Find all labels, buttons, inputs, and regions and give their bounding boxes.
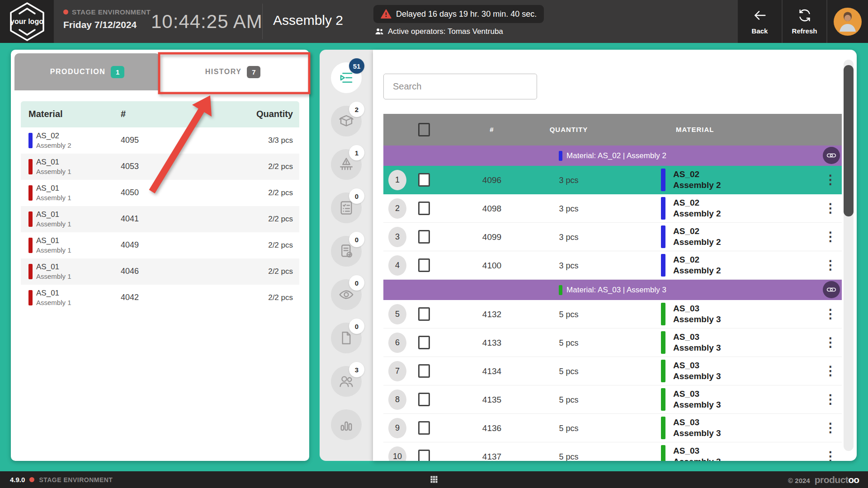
left-table-row[interactable]: AS_01 Assembly 1 4046 2/2 pcs bbox=[21, 258, 299, 285]
order-row[interactable]: 7 4134 5 pcs AS_03 Assembly 3 ⋮ bbox=[383, 357, 842, 385]
left-table-row[interactable]: AS_01 Assembly 1 4049 2/2 pcs bbox=[21, 232, 299, 258]
row-checkbox[interactable] bbox=[418, 450, 430, 461]
rail-item-document-sign[interactable]: 0 bbox=[331, 236, 362, 267]
order-number: 4132 bbox=[469, 310, 514, 319]
material-color-bar bbox=[661, 331, 665, 354]
material-color-bar bbox=[661, 417, 665, 439]
material-color-bar bbox=[28, 264, 33, 279]
row-checkbox[interactable] bbox=[418, 421, 430, 435]
row-menu-button[interactable]: ⋮ bbox=[824, 391, 837, 408]
order-quantity: 5 pcs bbox=[546, 367, 591, 376]
left-row-qty: 2/2 pcs bbox=[268, 162, 293, 171]
row-index-badge: 4 bbox=[388, 255, 406, 276]
row-menu-button[interactable]: ⋮ bbox=[824, 257, 837, 273]
left-row-qty: 2/2 pcs bbox=[268, 267, 293, 276]
order-row[interactable]: 2 4098 3 pcs AS_02 Assembly 2 ⋮ bbox=[383, 194, 842, 223]
order-number: 4099 bbox=[469, 232, 514, 242]
tab-production[interactable]: PRODUCTION 1 bbox=[14, 53, 160, 90]
rail-item-badge: 1 bbox=[349, 145, 364, 160]
logo[interactable]: your logo bbox=[0, 0, 54, 43]
order-number: 4136 bbox=[469, 423, 514, 433]
row-menu-button[interactable]: ⋮ bbox=[824, 420, 837, 436]
order-material: AS_03 bbox=[673, 389, 721, 399]
production-panel: PRODUCTION 1 HISTORY 7 Material # Quanti… bbox=[11, 50, 309, 461]
left-row-material: AS_02 bbox=[36, 131, 59, 141]
order-row[interactable]: 5 4132 5 pcs AS_03 Assembly 3 ⋮ bbox=[383, 300, 842, 328]
material-color-bar bbox=[661, 254, 665, 277]
left-table-row[interactable]: AS_02 Assembly 2 4095 3/3 pcs bbox=[21, 127, 299, 154]
row-checkbox[interactable] bbox=[418, 364, 430, 378]
order-row[interactable]: 6 4133 5 pcs AS_03 Assembly 3 ⋮ bbox=[383, 328, 842, 357]
left-row-qty: 2/2 pcs bbox=[268, 293, 293, 302]
select-all-checkbox[interactable] bbox=[418, 123, 430, 136]
order-row[interactable]: 3 4099 3 pcs AS_02 Assembly 2 ⋮ bbox=[383, 223, 842, 251]
rail-item-fault-warning[interactable]: 1 bbox=[331, 149, 362, 180]
order-row[interactable]: 9 4136 5 pcs AS_03 Assembly 3 ⋮ bbox=[383, 414, 842, 442]
refresh-button[interactable]: Refresh bbox=[783, 0, 826, 43]
user-avatar[interactable] bbox=[827, 0, 868, 43]
left-row-material: AS_01 bbox=[36, 184, 59, 193]
row-checkbox[interactable] bbox=[418, 258, 430, 272]
link-button[interactable] bbox=[823, 147, 840, 164]
order-variant: Assembly 2 bbox=[673, 208, 721, 219]
order-quantity: 3 pcs bbox=[546, 176, 591, 185]
row-menu-button[interactable]: ⋮ bbox=[824, 200, 837, 216]
row-menu-button[interactable]: ⋮ bbox=[824, 363, 837, 379]
back-button[interactable]: Back bbox=[738, 0, 782, 43]
rail-item-document[interactable]: 0 bbox=[331, 323, 362, 353]
order-row[interactable]: 1 4096 3 pcs AS_02 Assembly 2 ⋮ bbox=[383, 166, 842, 194]
order-material: AS_03 bbox=[673, 303, 721, 314]
order-row[interactable]: 4 4100 3 pcs AS_02 Assembly 2 ⋮ bbox=[383, 251, 842, 280]
left-row-number: 4095 bbox=[121, 136, 139, 145]
row-checkbox[interactable] bbox=[418, 307, 430, 321]
link-icon bbox=[826, 150, 836, 160]
row-checkbox[interactable] bbox=[418, 393, 430, 406]
row-menu-button[interactable]: ⋮ bbox=[824, 229, 837, 245]
delay-badge: Delayed 16 days 19 hr. 30 min. 40 sec. bbox=[373, 5, 544, 23]
app-footer: 4.9.0 STAGE ENVIRONMENT © 2024 productoo bbox=[0, 471, 868, 488]
tab-history[interactable]: HISTORY 7 bbox=[160, 53, 306, 90]
left-row-variant: Assembly 1 bbox=[36, 168, 71, 175]
order-variant: Assembly 3 bbox=[673, 343, 721, 353]
column-quantity: QUANTITY bbox=[546, 126, 591, 133]
rail-item-team[interactable]: 3 bbox=[331, 366, 362, 397]
column-number: # bbox=[121, 109, 126, 119]
row-menu-button[interactable]: ⋮ bbox=[824, 172, 837, 188]
row-menu-button[interactable]: ⋮ bbox=[824, 306, 837, 322]
order-variant: Assembly 3 bbox=[673, 428, 721, 439]
tab-history-label: HISTORY bbox=[205, 68, 242, 76]
row-checkbox[interactable] bbox=[418, 336, 430, 349]
page-title: Assembly 2 bbox=[273, 13, 343, 28]
row-menu-button[interactable]: ⋮ bbox=[824, 448, 837, 461]
left-row-qty: 2/2 pcs bbox=[268, 215, 293, 224]
grid-icon bbox=[429, 475, 439, 484]
row-checkbox[interactable] bbox=[418, 173, 430, 187]
order-material: AS_03 bbox=[673, 446, 721, 456]
row-checkbox[interactable] bbox=[418, 230, 430, 244]
order-row[interactable]: 10 4137 5 pcs AS_03 Assembly 3 ⋮ bbox=[383, 442, 842, 461]
order-row[interactable]: 8 4135 5 pcs AS_03 Assembly 3 ⋮ bbox=[383, 385, 842, 414]
row-checkbox[interactable] bbox=[418, 202, 430, 215]
rail-item-production-queue[interactable]: 51 bbox=[331, 62, 362, 93]
left-row-variant: Assembly 1 bbox=[36, 299, 71, 306]
row-menu-button[interactable]: ⋮ bbox=[824, 334, 837, 351]
left-table-row[interactable]: AS_01 Assembly 1 4042 2/2 pcs bbox=[21, 285, 299, 311]
left-row-material: AS_01 bbox=[36, 158, 59, 167]
clock: 10:44:25 AM bbox=[151, 11, 263, 33]
rail-item-stats[interactable] bbox=[331, 409, 362, 440]
search-input[interactable] bbox=[383, 74, 537, 99]
material-color-bar bbox=[661, 225, 665, 248]
rail-item-eye[interactable]: 0 bbox=[331, 279, 362, 310]
left-table-row[interactable]: AS_01 Assembly 1 4053 2/2 pcs bbox=[21, 154, 299, 180]
link-button[interactable] bbox=[823, 281, 840, 298]
left-table-row[interactable]: AS_01 Assembly 1 4050 2/2 pcs bbox=[21, 180, 299, 206]
order-number: 4137 bbox=[469, 452, 514, 461]
rail-item-checklist[interactable]: 0 bbox=[331, 192, 362, 223]
rail-item-badge: 2 bbox=[349, 102, 364, 117]
apps-grid-button[interactable] bbox=[429, 475, 439, 486]
scrollbar-thumb[interactable] bbox=[844, 65, 854, 216]
row-index-badge: 2 bbox=[388, 198, 406, 219]
left-row-qty: 2/2 pcs bbox=[268, 241, 293, 250]
left-table-row[interactable]: AS_01 Assembly 1 4041 2/2 pcs bbox=[21, 206, 299, 232]
rail-item-package[interactable]: 2 bbox=[331, 106, 362, 136]
